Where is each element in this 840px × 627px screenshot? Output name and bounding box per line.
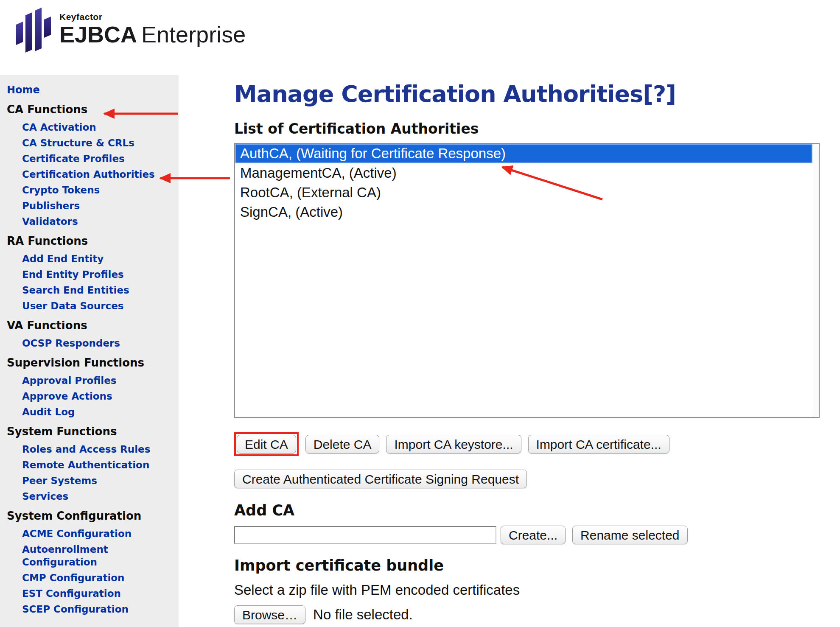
page-title: Manage Certification Authorities[?] <box>234 80 828 108</box>
sidebar-section-items: CA Activation CA Structure & CRLs Certif… <box>7 121 174 228</box>
brand-product-name: EJBCA <box>59 22 137 47</box>
sidebar-item-cmp-configuration[interactable]: CMP Configuration <box>22 571 174 584</box>
sidebar-item-est-configuration[interactable]: EST Configuration <box>22 587 174 600</box>
page-title-text: Manage Certification Authorities <box>234 81 643 107</box>
sidebar-section-title-system-functions: System Functions <box>7 425 174 439</box>
sidebar-item-roles-and-access-rules[interactable]: Roles and Access Rules <box>22 443 174 456</box>
sidebar-section-title-ra-functions: RA Functions <box>7 234 174 248</box>
header: Keyfactor EJBCAEnterprise <box>0 0 840 75</box>
add-ca-heading: Add CA <box>234 501 828 520</box>
sidebar-section-items: ACME Configuration Autoenrollment Config… <box>7 527 174 616</box>
logo-text: Keyfactor EJBCAEnterprise <box>59 7 246 47</box>
sidebar-item-services[interactable]: Services <box>22 490 174 503</box>
sidebar-item-add-end-entity[interactable]: Add End Entity <box>22 252 174 265</box>
listbox-scrollbar[interactable] <box>813 144 819 417</box>
edit-ca-annotation-highlight: Edit CA <box>234 432 299 456</box>
sidebar-section-title-system-configuration: System Configuration <box>7 509 174 523</box>
brand-company: Keyfactor <box>59 12 246 22</box>
sidebar-item-ca-activation[interactable]: CA Activation <box>22 121 174 134</box>
sidebar-item-search-end-entities[interactable]: Search End Entities <box>22 284 174 297</box>
ca-list-heading: List of Certification Authorities <box>234 120 828 138</box>
sidebar-section-title-supervision-functions: Supervision Functions <box>7 356 174 370</box>
sidebar-item-peer-systems[interactable]: Peer Systems <box>22 474 174 487</box>
import-bundle-heading: Import certificate bundle <box>234 556 828 575</box>
sidebar-item-autoenrollment-configuration[interactable]: Autoenrollment Configuration <box>22 543 174 568</box>
rename-selected-button[interactable]: Rename selected <box>572 526 687 544</box>
sidebar-section-items: Add End Entity End Entity Profiles Searc… <box>7 252 174 312</box>
sidebar-section-title-ca-functions: CA Functions <box>7 103 174 117</box>
edit-ca-button[interactable]: Edit CA <box>237 435 296 453</box>
sidebar-section-items: OCSP Responders <box>7 337 174 350</box>
sidebar-section-system-configuration: System Configuration ACME Configuration … <box>7 509 174 616</box>
sidebar-section-ca-functions: CA Functions CA Activation CA Structure … <box>7 103 174 228</box>
sidebar-section-va-functions: VA Functions OCSP Responders <box>7 319 174 350</box>
sidebar-item-acme-configuration[interactable]: ACME Configuration <box>22 527 174 540</box>
add-ca-row: Create... Rename selected <box>234 526 828 544</box>
sidebar-item-crypto-tokens[interactable]: Crypto Tokens <box>22 184 174 196</box>
delete-ca-button[interactable]: Delete CA <box>305 435 380 453</box>
keyfactor-ejbca-logo: Keyfactor EJBCAEnterprise <box>15 7 246 54</box>
browse-file-button[interactable]: Browse… <box>234 605 305 624</box>
import-ca-keystore-button[interactable]: Import CA keystore... <box>386 435 521 453</box>
sidebar-item-certificate-profiles[interactable]: Certificate Profiles <box>22 152 174 165</box>
browse-row: Browse… No file selected. <box>234 605 828 624</box>
sidebar: Home CA Functions CA Activation CA Struc… <box>0 75 179 627</box>
sidebar-item-home[interactable]: Home <box>7 84 174 96</box>
create-authenticated-csr-button[interactable]: Create Authenticated Certificate Signing… <box>234 470 527 488</box>
sidebar-item-ocsp-responders[interactable]: OCSP Responders <box>22 337 174 350</box>
sidebar-section-supervision-functions: Supervision Functions Approval Profiles … <box>7 356 174 418</box>
sidebar-item-publishers[interactable]: Publishers <box>22 199 174 212</box>
sidebar-section-title-va-functions: VA Functions <box>7 319 174 333</box>
help-link[interactable]: [?] <box>643 81 676 107</box>
sidebar-section-items: Approval Profiles Approve Actions Audit … <box>7 374 174 418</box>
sidebar-item-end-entity-profiles[interactable]: End Entity Profiles <box>22 268 174 281</box>
no-file-selected-text: No file selected. <box>313 607 413 623</box>
sidebar-item-remote-authentication[interactable]: Remote Authentication <box>22 459 174 471</box>
sidebar-item-scep-configuration[interactable]: SCEP Configuration <box>22 603 174 616</box>
sidebar-section-ra-functions: RA Functions Add End Entity End Entity P… <box>7 234 174 312</box>
sidebar-item-user-data-sources[interactable]: User Data Sources <box>22 300 174 312</box>
main-content: Manage Certification Authorities[?] List… <box>234 75 828 624</box>
sidebar-item-ca-structure-crls[interactable]: CA Structure & CRLs <box>22 137 174 149</box>
sidebar-item-certification-authorities[interactable]: Certification Authorities <box>22 168 174 181</box>
import-bundle-description: Select a zip file with PEM encoded certi… <box>234 582 828 599</box>
brand-product-edition: Enterprise <box>141 22 246 47</box>
sidebar-item-approve-actions[interactable]: Approve Actions <box>22 390 174 403</box>
brand-product: EJBCAEnterprise <box>59 22 246 47</box>
csr-row: Create Authenticated Certificate Signing… <box>234 470 828 488</box>
sidebar-section-items: Roles and Access Rules Remote Authentica… <box>7 443 174 503</box>
ca-actions-row: Edit CA Delete CA Import CA keystore... … <box>234 432 828 456</box>
ca-list-option-signca[interactable]: SignCA, (Active) <box>235 202 812 222</box>
create-ca-button[interactable]: Create... <box>501 526 566 544</box>
sidebar-item-approval-profiles[interactable]: Approval Profiles <box>22 374 174 387</box>
ca-list-option-managementca[interactable]: ManagementCA, (Active) <box>235 163 812 183</box>
sidebar-item-validators[interactable]: Validators <box>22 215 174 228</box>
ca-list-option-rootca[interactable]: RootCA, (External CA) <box>235 183 812 202</box>
import-ca-certificate-button[interactable]: Import CA certificate... <box>528 435 669 453</box>
ca-listbox[interactable]: AuthCA, (Waiting for Certificate Respons… <box>234 143 820 418</box>
ca-list-option-authca[interactable]: AuthCA, (Waiting for Certificate Respons… <box>235 144 812 163</box>
sidebar-item-audit-log[interactable]: Audit Log <box>22 406 174 418</box>
sidebar-section-system-functions: System Functions Roles and Access Rules … <box>7 425 174 503</box>
add-ca-name-input[interactable] <box>234 526 496 544</box>
keyfactor-logo-icon <box>15 7 53 54</box>
